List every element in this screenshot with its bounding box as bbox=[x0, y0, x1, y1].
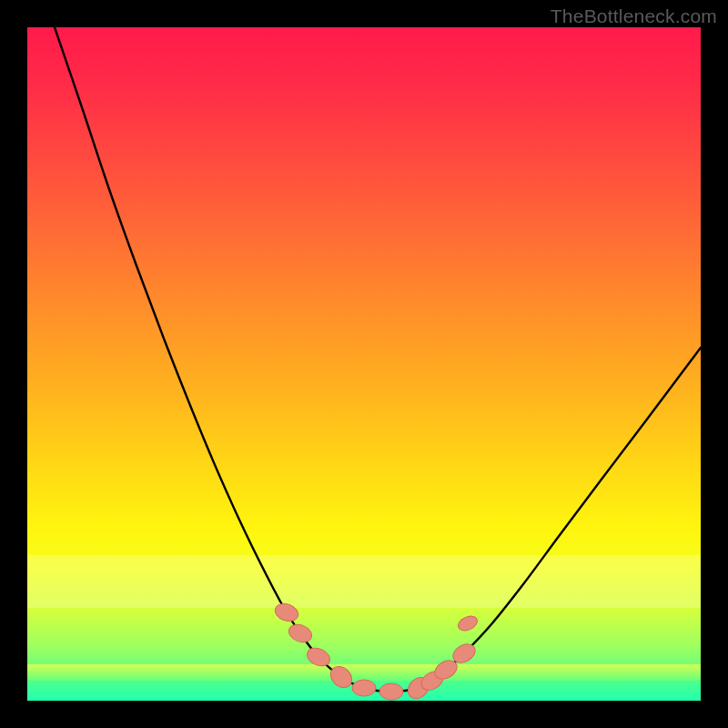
watermark-text: TheBottleneck.com bbox=[551, 5, 717, 27]
curve-marker bbox=[287, 622, 315, 645]
green-band-upper bbox=[27, 664, 701, 681]
green-band-lower bbox=[27, 681, 701, 701]
curve-marker bbox=[450, 641, 479, 667]
chart-frame: TheBottleneck.com bbox=[0, 0, 728, 728]
pale-yellow-band bbox=[27, 555, 701, 608]
plot-area bbox=[27, 27, 701, 701]
curve-marker bbox=[456, 613, 480, 633]
